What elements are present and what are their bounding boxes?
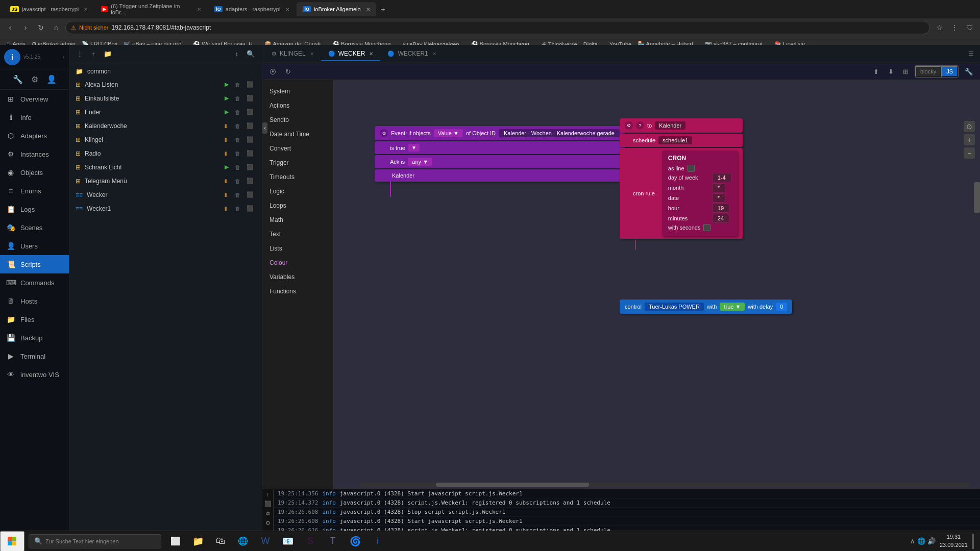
wecker1-tab-close[interactable]: ✕	[432, 51, 436, 57]
browser-tab-1[interactable]: JS javascript - raspberrypi ✕	[4, 2, 94, 16]
taskbar-app-store[interactable]: 🛍	[210, 531, 231, 552]
editor-tab-klingel[interactable]: ⚙ KLINGEL ✕	[264, 47, 321, 61]
delete-alexa-button[interactable]: 🗑	[233, 80, 242, 89]
taskbar-app-outlook[interactable]: 📧	[278, 531, 298, 552]
sidebar-item-terminal[interactable]: ▶ Terminal	[0, 347, 69, 365]
category-system[interactable]: System	[262, 84, 333, 98]
sidebar-item-commands[interactable]: ⌨ Commands	[0, 273, 69, 292]
object-id-field[interactable]: Kalender - Wochen - Kalenderwoche gerade	[499, 129, 620, 137]
gear2-icon[interactable]: ⚙	[31, 74, 38, 84]
run-alexa-button[interactable]: ▶	[223, 80, 231, 89]
control-block[interactable]: control Tuer-Lukas POWER with true ▼ wit…	[620, 299, 792, 314]
pause-wecker1-button[interactable]: ⏸	[221, 204, 231, 213]
is-true-block[interactable]: is true ▼	[375, 141, 625, 154]
volume-icon[interactable]: 🔊	[927, 537, 936, 545]
hour-field[interactable]: 19	[712, 204, 729, 213]
log-stop-button[interactable]: ⬛	[263, 499, 273, 508]
pause-telegram-button[interactable]: ⏸	[221, 177, 231, 185]
hamburger-menu-icon[interactable]: ☰	[964, 50, 978, 57]
browser-tab-4[interactable]: iO ioBroker Allgemein ✕	[297, 2, 376, 16]
tab2-close[interactable]: ✕	[197, 7, 201, 12]
klingel-tab-close[interactable]: ✕	[310, 51, 314, 57]
sidebar-item-scenes[interactable]: 🎭 Scenes	[0, 218, 69, 237]
browser-tab-2[interactable]: ▶ (6) Trigger und Zeitpläne im ioBr... ✕	[95, 2, 207, 16]
browser-tab-3[interactable]: iO adapters - raspberrypi ✕	[208, 2, 296, 16]
log-scroll-up[interactable]: ↑	[265, 490, 271, 498]
delete-klingel-button[interactable]: 🗑	[233, 135, 242, 144]
sidebar-item-instances[interactable]: ⚙ Instances	[0, 145, 69, 163]
month-field[interactable]: *	[712, 183, 725, 192]
category-actions[interactable]: Actions	[262, 98, 333, 113]
delete-wecker-button[interactable]: 🗑	[233, 190, 242, 199]
export-einkauf-button[interactable]: ⬛	[244, 94, 256, 103]
editor-settings-button[interactable]: 🔧	[962, 66, 976, 78]
forward-button[interactable]: ›	[19, 21, 32, 34]
category-variables[interactable]: Variables	[262, 270, 333, 284]
extension-btn[interactable]: 🛡	[964, 21, 976, 34]
category-trigger[interactable]: Trigger	[262, 156, 333, 170]
export-script-button[interactable]: ⬆	[870, 66, 882, 78]
delay-field[interactable]: 0	[776, 303, 787, 311]
with-seconds-checkbox[interactable]	[703, 224, 710, 231]
sidebar-item-users[interactable]: 👤 Users	[0, 237, 69, 255]
export-klingel-button[interactable]: ⬛	[244, 135, 256, 144]
pause-klingel-button[interactable]: ⏸	[221, 135, 231, 144]
category-colour[interactable]: Colour	[262, 256, 333, 270]
sidebar-item-enums[interactable]: ≡ Enums	[0, 182, 69, 200]
blockly-canvas[interactable]: ⚙ Event: if objects Value ▼ of Object ID…	[334, 80, 980, 489]
category-lists[interactable]: Lists	[262, 241, 333, 256]
file-menu-button[interactable]: ⋮	[74, 48, 86, 60]
zoom-reset-button[interactable]: ⊙	[964, 121, 975, 132]
canvas-scrollbar-h[interactable]	[359, 483, 970, 487]
export-wecker-button[interactable]: ⬛	[244, 190, 256, 199]
show-desktop-button[interactable]	[972, 534, 974, 549]
sidebar-item-files[interactable]: 📁 Files	[0, 310, 69, 329]
new-tab-button[interactable]: +	[377, 3, 389, 15]
editor-tab-wecker1[interactable]: 🔵 WECKER1 ✕	[380, 47, 443, 61]
taskbar-app-edge[interactable]: 🌐	[233, 531, 253, 552]
is-true-dropdown[interactable]: ▼	[408, 144, 420, 152]
file-item-radio[interactable]: ⊞ Radio ⏸ 🗑 ⬛	[69, 146, 262, 160]
tab3-close[interactable]: ✕	[285, 7, 289, 12]
sort-button[interactable]: ↕	[232, 48, 242, 60]
chevron-up-icon[interactable]: ∧	[910, 537, 915, 545]
file-item-wecker1[interactable]: ≡≡ Wecker1 ⏸ 🗑 ⬛	[69, 202, 262, 215]
tab4-close[interactable]: ✕	[366, 7, 370, 12]
grid-layout-button[interactable]: ⊞	[900, 66, 912, 78]
canvas-scrollbar-v[interactable]	[974, 182, 980, 213]
category-math[interactable]: Math	[262, 213, 333, 227]
browser-menu[interactable]: ⋮	[948, 21, 961, 34]
sidebar-item-info[interactable]: ℹ Info	[0, 108, 69, 127]
pause-wecker-button[interactable]: ⏸	[221, 190, 231, 199]
category-datetime[interactable]: Date and Time	[262, 127, 333, 141]
file-item-klingel[interactable]: ⊞ Klingel ⏸ 🗑 ⬛	[69, 133, 262, 146]
date-field[interactable]: *	[712, 193, 725, 203]
cron-rule-row[interactable]: cron rule CRON as line day of week 1-4	[620, 148, 743, 239]
delete-ender-button[interactable]: 🗑	[233, 108, 242, 116]
minutes-field[interactable]: 24	[712, 214, 729, 223]
log-settings-button[interactable]: ⚙	[264, 519, 272, 528]
sidebar-item-scripts[interactable]: 📜 Scripts	[0, 255, 69, 273]
run-schrank-button[interactable]: ▶	[223, 163, 231, 171]
settings-icon[interactable]: 🔧	[13, 74, 23, 84]
export-wecker1-button[interactable]: ⬛	[244, 204, 256, 213]
file-item-telegram[interactable]: ⊞ Telegram Menü ⏸ 🗑 ⬛	[69, 174, 262, 188]
taskbar-app-iobroker[interactable]: i	[368, 531, 388, 552]
as-line-checkbox[interactable]	[688, 165, 695, 172]
delete-schrank-button[interactable]: 🗑	[233, 163, 242, 171]
category-sendto[interactable]: Sendto	[262, 113, 333, 127]
bookmark-star[interactable]: ☆	[933, 21, 945, 34]
panel-collapse-button[interactable]: ‹	[262, 122, 267, 134]
sidebar-item-adapters[interactable]: ⬡ Adapters	[0, 127, 69, 145]
clock-display[interactable]: 19:31 23.09.2021	[940, 533, 968, 549]
file-item-ender[interactable]: ⊞ Ender ▶ 🗑 ⬛	[69, 105, 262, 119]
category-logic[interactable]: Logic	[262, 184, 333, 198]
blocky-button[interactable]: blocky	[915, 66, 941, 77]
kalender-field[interactable]: Kalender	[655, 121, 685, 130]
export-telegram-button[interactable]: ⬛	[244, 177, 256, 185]
export-kw-button[interactable]: ⬛	[244, 121, 256, 130]
schedule-id-field[interactable]: schedule1	[658, 136, 692, 144]
delete-kw-button[interactable]: 🗑	[233, 121, 242, 130]
sidebar-item-backup[interactable]: 💾 Backup	[0, 329, 69, 347]
user-icon[interactable]: 👤	[46, 74, 57, 84]
